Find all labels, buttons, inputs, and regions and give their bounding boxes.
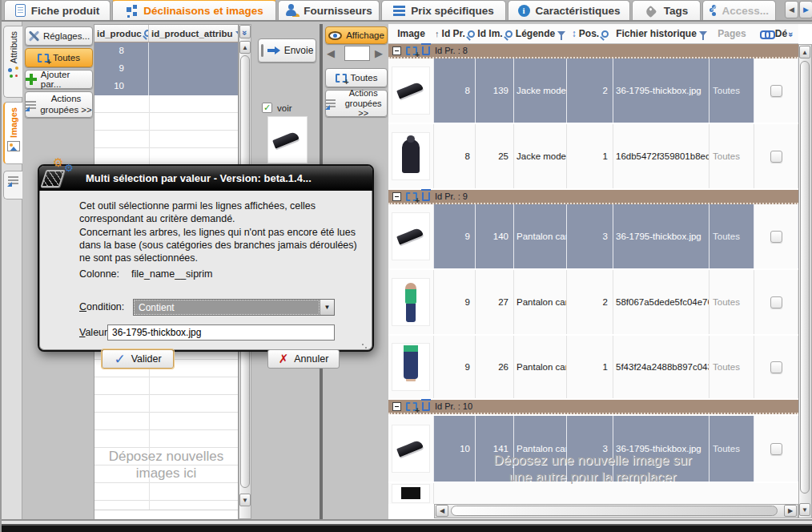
tab-tags[interactable]: Tags — [632, 0, 701, 20]
voir-checkbox-row: ✓ voir — [262, 103, 292, 113]
table-row[interactable]: 9 27 Pantalon carg 2 58f067a5dede5fc04e7… — [388, 270, 798, 334]
column-header-legende[interactable]: Légende — [514, 24, 567, 43]
voir-checkbox[interactable]: ✓ — [262, 103, 272, 113]
preview-product-image[interactable] — [268, 117, 307, 163]
page-prev-button[interactable]: ◀ — [327, 47, 335, 59]
images-grid-hscrollbar[interactable]: ◀ ▶ — [434, 504, 798, 518]
scroll-thumb[interactable] — [800, 61, 810, 494]
search-icon — [468, 30, 475, 38]
bars-icon — [393, 6, 405, 16]
row-checkbox[interactable] — [770, 85, 782, 97]
column-header-image[interactable]: Image — [388, 24, 434, 43]
tab-fournisseurs[interactable]: Fournisseurs — [278, 0, 380, 20]
left-hscrollbar-strip[interactable] — [94, 510, 238, 519]
page-input[interactable] — [344, 46, 370, 61]
person-icon — [285, 4, 298, 17]
tab-scroll-right-button[interactable]: ▶ — [799, 1, 812, 18]
selection-rect-icon[interactable] — [406, 402, 417, 411]
cross-icon: ✗ — [279, 352, 289, 366]
ajouter-par-button[interactable]: Ajouter par... — [25, 70, 93, 89]
tab-accessoires[interactable]: Access... — [702, 0, 776, 20]
scroll-right-button[interactable]: ▶ — [784, 505, 797, 517]
condition-dropdown[interactable]: Contient ▼ — [133, 299, 335, 316]
product-image-cell[interactable] — [388, 483, 434, 504]
tab-declinaisons-et-images[interactable]: Déclinaisons et images — [112, 0, 276, 20]
rail-tab-attributs[interactable]: Attributs — [3, 26, 22, 98]
dialog-title-bar[interactable]: Multi sélection par valeur - Version: be… — [39, 166, 372, 191]
column-header-id-product-attribu[interactable]: id_product_attribu — [149, 25, 238, 42]
toutes-button-right[interactable]: Toutes — [325, 68, 388, 87]
list-lines-icon — [8, 176, 18, 184]
row-checkbox[interactable] — [770, 151, 782, 163]
envoie-button[interactable]: Envoie — [258, 38, 316, 62]
scroll-left-button[interactable]: ◀ — [436, 505, 448, 517]
tab-prix-specifiques[interactable]: Prix spécifiques — [381, 0, 506, 20]
table-row[interactable]: 8 139 Jacke model C 2 36-1795-thickbox.j… — [388, 58, 798, 123]
actions-groupees-button-left[interactable]: Actionsgroupées >> — [25, 91, 93, 118]
actions-groupees-button-right[interactable]: Actionsgroupées >> — [325, 90, 388, 117]
row-checkbox-cell — [754, 336, 798, 398]
trash-icon[interactable] — [422, 46, 430, 55]
dialog-help-text-1: Cet outil sélectionne parmi les lignes a… — [79, 200, 368, 225]
column-header-id-im[interactable]: Id Im. — [476, 24, 514, 43]
row-checkbox[interactable] — [770, 296, 782, 308]
column-header-pos[interactable]: ↕Pos. — [567, 24, 613, 43]
dropdown-arrow-icon[interactable]: ▼ — [320, 300, 334, 315]
scroll-thumb[interactable] — [451, 506, 778, 516]
dialog-body: Cet outil sélectionne parmi les lignes a… — [39, 191, 372, 353]
row-checkbox[interactable] — [770, 231, 782, 243]
images-grid-vscrollbar[interactable]: ▲ ▼ — [798, 44, 812, 518]
product-image — [392, 279, 429, 325]
collapse-icon[interactable] — [392, 402, 401, 411]
column-header-id-pr[interactable]: ↑Id Pr. — [434, 24, 476, 43]
product-image-cell[interactable] — [388, 336, 434, 398]
reglages-button[interactable]: Réglages... — [25, 26, 93, 46]
tab-scroll-buttons: ◀ ▶ — [785, 1, 812, 20]
scroll-up-button[interactable]: ▲ — [799, 46, 810, 58]
rail-tab-images[interactable]: Images — [3, 102, 22, 164]
scroll-down-button[interactable]: ▼ — [799, 503, 810, 516]
drop-replace-image-watermark: Déposez une nouvelle image surune autre … — [420, 452, 765, 486]
valider-button[interactable]: ✓ Valider — [102, 349, 174, 369]
rail-tab-list[interactable] — [3, 171, 22, 200]
scroll-up-button[interactable]: ▲ — [239, 41, 251, 54]
collapse-icon[interactable] — [392, 46, 401, 55]
product-image-cell[interactable] — [388, 58, 434, 123]
tab-scroll-left-button[interactable]: ◀ — [785, 1, 798, 18]
row-checkbox-cell — [754, 58, 798, 123]
scroll-down-button[interactable]: ▼ — [239, 494, 251, 506]
column-header-id-produc[interactable]: id_produc — [94, 25, 149, 42]
product-image-cell[interactable] — [388, 124, 434, 188]
trash-icon[interactable] — [422, 192, 430, 201]
valeur-input[interactable] — [107, 324, 335, 341]
column-header-fichier-historique[interactable]: Fichier historique — [613, 24, 709, 43]
selection-rect-icon[interactable] — [406, 46, 417, 55]
grid-options-button[interactable]: » — [239, 25, 251, 38]
row-checkbox[interactable] — [770, 443, 782, 455]
toutes-button-left[interactable]: Toutes — [25, 48, 93, 67]
tab-caracteristiques[interactable]: iCaractéristiques — [508, 0, 630, 20]
table-row[interactable]: 9 140 Pantalon carg 3 36-1795-thickbox.j… — [388, 204, 798, 268]
page-next-button[interactable]: ▶ — [375, 47, 383, 59]
table-row[interactable]: 8 — [94, 42, 238, 60]
product-image-cell[interactable] — [388, 270, 434, 334]
product-image-cell[interactable] — [388, 204, 434, 268]
affichage-button[interactable]: Affichage — [325, 26, 388, 44]
table-row-partial[interactable] — [388, 483, 798, 504]
product-image — [392, 344, 429, 390]
row-checkbox[interactable] — [770, 361, 782, 373]
table-row[interactable]: 9 26 Pantalon carg 1 5f43f24a2488b897c04… — [388, 336, 798, 398]
selection-rect-icon[interactable] — [406, 192, 417, 201]
table-row[interactable]: 8 25 Jacke model C 1 16db5472f359801b8ec… — [388, 124, 798, 188]
tab-fiche-produit[interactable]: Fiche produit — [4, 0, 111, 20]
resize-grip[interactable] — [361, 343, 368, 349]
column-header-de[interactable]: Dé» — [754, 24, 798, 43]
table-row[interactable]: 10 — [94, 78, 238, 95]
annuler-button[interactable]: ✗ Annuler — [267, 349, 340, 369]
table-row[interactable]: 9 — [94, 60, 238, 78]
trash-icon[interactable] — [422, 402, 430, 411]
images-grid: Image ↑Id Pr. Id Im. Légende ↕Pos. Fichi… — [388, 24, 812, 519]
group-header: Id Pr. : 8 — [388, 44, 798, 58]
collapse-icon[interactable] — [392, 192, 401, 201]
column-header-pages[interactable]: Pages — [709, 24, 754, 43]
